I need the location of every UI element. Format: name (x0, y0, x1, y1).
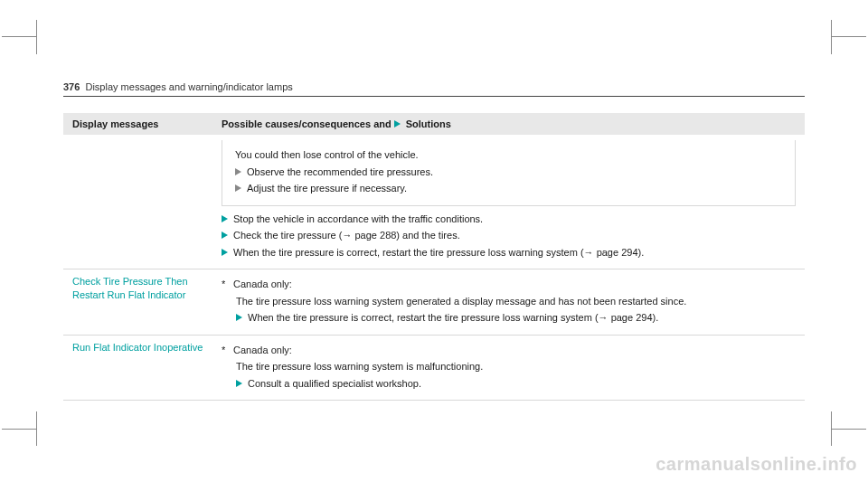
step-item: When the tire pressure is correct, resta… (222, 245, 796, 260)
solution-cell: * Canada only: The tire pressure loss wa… (212, 335, 805, 401)
crop-mark-bl (2, 411, 36, 446)
triangle-icon (394, 120, 401, 128)
page-content: 376 Display messages and warning/indicat… (63, 81, 805, 401)
triangle-icon (235, 184, 241, 192)
notice-text: You could then lose control of the vehic… (235, 147, 782, 163)
notice-step: Adjust the tire pressure if necessary. (235, 181, 782, 196)
messages-table: Display messages Possible causes/consequ… (63, 113, 805, 401)
display-message-cell: Run Flat Indicator Inoperative (63, 335, 212, 401)
header-solutions: Possible causes/consequences and Solutio… (212, 113, 805, 135)
triangle-icon (236, 314, 242, 321)
solution-text: * Canada only: (222, 277, 796, 292)
crop-mark-tr (832, 20, 866, 54)
table-row: Run Flat Indicator Inoperative * Canada … (63, 335, 805, 401)
crop-mark-tl (2, 20, 36, 54)
step-item: When the tire pressure is correct, resta… (222, 310, 796, 326)
step-item: Consult a qualified specialist workshop. (222, 376, 796, 392)
notice-step: Observe the recommended tire pressures. (235, 165, 782, 180)
triangle-icon (222, 249, 228, 256)
solution-text: The tire pressure loss warning system ge… (222, 294, 796, 309)
header-display-messages: Display messages (63, 113, 212, 135)
solution-cell: You could then lose control of the vehic… (212, 135, 805, 269)
solution-text: The tire pressure loss warning system is… (222, 359, 796, 374)
solution-text: * Canada only: (222, 343, 796, 358)
triangle-icon (236, 380, 242, 387)
solution-cell: * Canada only: The tire pressure loss wa… (212, 269, 805, 336)
page-ref-arrow-icon: → (599, 312, 609, 323)
table-row: Check Tire Pressure Then Restart Run Fla… (63, 269, 805, 336)
asterisk-icon: * (222, 277, 231, 292)
triangle-icon (222, 215, 228, 222)
table-row: You could then lose control of the vehic… (63, 135, 805, 269)
crop-mark-br (832, 411, 866, 446)
step-item: Check the tire pressure (→ page 288) and… (222, 228, 796, 243)
table-header-row: Display messages Possible causes/consequ… (63, 113, 805, 135)
step-item: Stop the vehicle in accordance with the … (222, 212, 796, 227)
page-ref-arrow-icon: → (584, 247, 594, 258)
display-message-cell (63, 135, 212, 269)
page-number: 376 (63, 81, 80, 92)
display-message-cell: Check Tire Pressure Then Restart Run Fla… (63, 269, 212, 336)
triangle-icon (222, 232, 228, 239)
triangle-icon (235, 168, 241, 175)
asterisk-icon: * (222, 343, 231, 358)
page-ref-arrow-icon: → (342, 230, 352, 241)
running-head: 376 Display messages and warning/indicat… (63, 81, 805, 97)
section-title: Display messages and warning/indicator l… (85, 81, 292, 92)
watermark: carmanualsonline.info (656, 454, 857, 475)
steps-list: Stop the vehicle in accordance with the … (222, 212, 796, 260)
notice-box: You could then lose control of the vehic… (222, 140, 796, 206)
